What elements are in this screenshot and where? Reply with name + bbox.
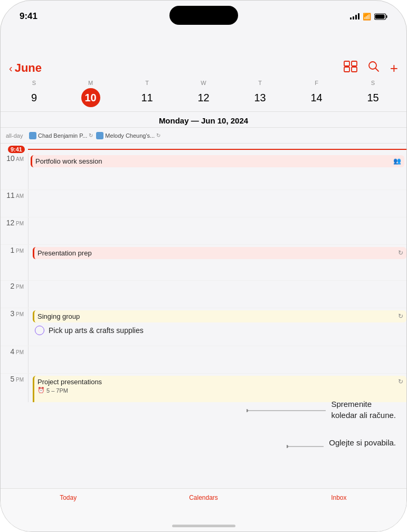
home-indicator <box>172 525 235 527</box>
day-num-14: 14 <box>307 88 326 107</box>
svg-rect-3 <box>344 61 349 66</box>
day-col-sat[interactable]: S 15 <box>362 80 385 107</box>
tab-today-label: Today <box>60 494 77 501</box>
annotation-line-calendars <box>247 403 328 419</box>
add-event-button[interactable]: + <box>390 61 398 75</box>
time-area-2pm <box>28 281 406 308</box>
event-presentation-prep[interactable]: Presentation prep ↻ <box>33 247 406 259</box>
chad-refresh-icon: ↻ <box>89 132 93 138</box>
time-area-5pm: Project presentations ⏰ 5 – 7PM ↻ <box>28 374 406 402</box>
tab-inbox-label: Inbox <box>331 494 346 501</box>
current-time-indicator: 9:41 <box>1 144 406 153</box>
calendar-header: ‹ June + <box>1 56 406 78</box>
time-area-10am: Portfolio work session 👥 <box>28 153 406 189</box>
portfolio-event-title: Portfolio work session <box>35 157 102 165</box>
time-label-1pm: 1 PM <box>1 245 28 280</box>
time-label-5pm: 5 PM <box>1 374 28 402</box>
day-col-tue[interactable]: T 11 <box>136 80 159 107</box>
project-event-title: Project presentations <box>37 378 102 386</box>
time-slot-11am: 11 AM <box>1 190 406 217</box>
day-letter-thu: T <box>258 80 262 86</box>
day-col-fri[interactable]: F 14 <box>305 80 328 107</box>
allday-row: all-day Chad Benjamin P... ↻ Melody Cheu… <box>1 128 406 144</box>
time-label-11am: 11 AM <box>1 190 28 217</box>
project-event-icon: ↻ <box>398 378 403 385</box>
svg-rect-1 <box>386 15 387 18</box>
day-col-sun[interactable]: S 9 <box>23 80 46 107</box>
day-num-11: 11 <box>138 88 157 107</box>
day-letter-mon: M <box>88 80 93 86</box>
presentation-event-icon: ↻ <box>398 249 403 256</box>
chad-event-label: Chad Benjamin P... <box>38 132 87 139</box>
task-checkbox[interactable] <box>35 326 44 335</box>
battery-icon <box>374 13 387 20</box>
status-icons: 📶 <box>350 13 387 21</box>
tab-today[interactable]: Today <box>1 494 136 501</box>
day-letter-sun: S <box>32 80 36 86</box>
day-letter-fri: F <box>315 80 318 86</box>
allday-event-melody[interactable]: Melody Cheung's... ↻ <box>96 132 160 139</box>
signal-icon <box>350 13 359 20</box>
allday-events: Chad Benjamin P... ↻ Melody Cheung's... … <box>29 132 401 139</box>
date-header: Monday — Jun 10, 2024 <box>1 112 406 128</box>
svg-rect-6 <box>352 67 357 72</box>
tab-calendars[interactable]: Calendars <box>136 494 271 501</box>
wifi-icon: 📶 <box>363 13 371 21</box>
time-area-3pm: Singing group ↻ Pick up arts & crafts su… <box>28 308 406 346</box>
time-slot-10am: 10 AM Portfolio work session 👥 <box>1 153 406 190</box>
status-time: 9:41 <box>20 11 37 22</box>
singing-event-title: Singing group <box>37 312 80 320</box>
singing-event-icon: ↻ <box>398 312 403 320</box>
time-label-4pm: 4 PM <box>1 346 28 373</box>
day-letter-tue: T <box>145 80 149 86</box>
tab-inbox[interactable]: Inbox <box>271 494 406 501</box>
time-area-4pm <box>28 346 406 373</box>
time-label-12pm: 12 PM <box>1 217 28 244</box>
search-button[interactable] <box>368 61 380 75</box>
annotation-line-inbox <box>287 441 326 452</box>
day-col-mon[interactable]: M 10 <box>79 80 102 107</box>
time-slot-5pm: 5 PM Project presentations ⏰ 5 – 7PM ↻ <box>1 374 406 402</box>
day-num-15: 15 <box>364 88 383 107</box>
clock-icon: ⏰ <box>37 387 45 394</box>
time-slot-3pm: 3 PM Singing group ↻ Pick up arts & craf… <box>1 308 406 346</box>
time-label-10am: 10 AM <box>1 153 28 189</box>
current-time-badge: 9:41 <box>8 146 25 153</box>
time-area-11am <box>28 190 406 217</box>
task-label: Pick up arts & crafts supplies <box>49 326 144 335</box>
day-num-10-today: 10 <box>81 88 100 107</box>
svg-point-10 <box>247 409 248 412</box>
svg-rect-5 <box>344 67 349 72</box>
task-arts-crafts[interactable]: Pick up arts & crafts supplies <box>31 322 404 338</box>
day-col-thu[interactable]: T 13 <box>249 80 272 107</box>
tab-calendars-label: Calendars <box>189 494 218 501</box>
back-button[interactable]: ‹ <box>9 62 13 74</box>
project-event-time-row: ⏰ 5 – 7PM <box>37 387 403 394</box>
time-area-12pm <box>28 217 406 244</box>
svg-point-12 <box>287 445 288 448</box>
presentation-event-title: Presentation prep <box>37 249 92 257</box>
event-singing-group[interactable]: Singing group ↻ <box>33 310 406 322</box>
phone-frame: 9:41 📶 ‹ June <box>0 0 407 532</box>
grid-view-button[interactable] <box>344 61 357 75</box>
day-col-wed[interactable]: W 12 <box>192 80 215 107</box>
event-portfolio-work[interactable]: Portfolio work session 👥 <box>31 155 404 167</box>
portfolio-event-icon: 👥 <box>393 157 401 165</box>
current-time-line <box>28 149 406 150</box>
time-slot-2pm: 2 PM <box>1 281 406 308</box>
svg-rect-4 <box>352 61 357 66</box>
allday-event-chad[interactable]: Chad Benjamin P... ↻ <box>29 132 93 139</box>
day-num-9: 9 <box>25 88 44 107</box>
chad-cal-dot <box>29 132 36 139</box>
svg-line-8 <box>375 68 378 71</box>
day-letter-sat: S <box>371 80 375 86</box>
time-slot-12pm: 12 PM <box>1 217 406 245</box>
month-navigation[interactable]: ‹ June <box>9 61 42 75</box>
allday-label: all-day <box>6 132 29 139</box>
annotation-calendars: Spremenitekoledar ali račune. <box>331 398 396 421</box>
time-slot-1pm: 1 PM Presentation prep ↻ <box>1 245 406 281</box>
month-label: June <box>15 61 42 75</box>
melody-event-label: Melody Cheung's... <box>105 132 155 139</box>
day-num-13: 13 <box>251 88 270 107</box>
melody-refresh-icon: ↻ <box>156 132 160 138</box>
